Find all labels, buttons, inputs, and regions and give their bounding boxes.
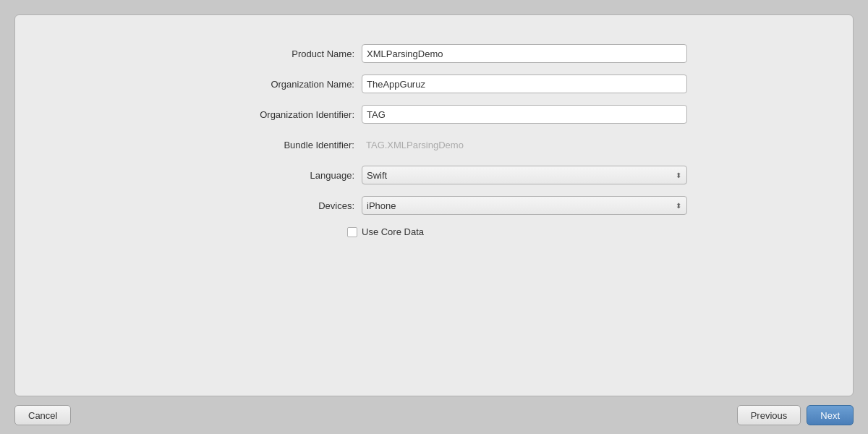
org-identifier-input[interactable] bbox=[362, 105, 687, 124]
use-core-data-label[interactable]: Use Core Data bbox=[362, 226, 424, 237]
bundle-identifier-row: Bundle Identifier: TAG.XMLParsingDemo bbox=[181, 135, 687, 154]
org-name-row: Organization Name: bbox=[181, 75, 687, 93]
product-name-row: Product Name: bbox=[181, 44, 687, 63]
core-data-row: Use Core Data bbox=[181, 226, 687, 237]
cancel-button[interactable]: Cancel bbox=[14, 405, 71, 425]
language-label: Language: bbox=[195, 170, 354, 181]
org-identifier-row: Organization Identifier: bbox=[181, 105, 687, 124]
previous-button[interactable]: Previous bbox=[737, 405, 801, 425]
use-core-data-checkbox[interactable] bbox=[347, 227, 357, 237]
form-container: Product Name: Organization Name: Organiz… bbox=[181, 44, 687, 237]
devices-row: Devices: iPhone iPad Universal bbox=[181, 196, 687, 215]
language-select-wrapper: Swift Objective-C bbox=[362, 166, 687, 184]
bottom-bar: Cancel Previous Next bbox=[0, 396, 868, 434]
bottom-left-buttons: Cancel bbox=[14, 405, 71, 425]
org-identifier-label: Organization Identifier: bbox=[195, 109, 354, 120]
devices-select-wrapper: iPhone iPad Universal bbox=[362, 196, 687, 215]
org-name-input[interactable] bbox=[362, 75, 687, 93]
bundle-identifier-value: TAG.XMLParsingDemo bbox=[362, 135, 687, 154]
bottom-right-buttons: Previous Next bbox=[737, 405, 854, 425]
bundle-identifier-label: Bundle Identifier: bbox=[195, 140, 354, 150]
next-button[interactable]: Next bbox=[807, 405, 854, 425]
org-name-label: Organization Name: bbox=[195, 79, 354, 90]
language-row: Language: Swift Objective-C bbox=[181, 166, 687, 184]
devices-label: Devices: bbox=[195, 200, 354, 211]
devices-select[interactable]: iPhone iPad Universal bbox=[362, 196, 687, 215]
main-panel: Product Name: Organization Name: Organiz… bbox=[14, 14, 854, 396]
language-select[interactable]: Swift Objective-C bbox=[362, 166, 687, 184]
product-name-input[interactable] bbox=[362, 44, 687, 63]
product-name-label: Product Name: bbox=[195, 48, 354, 59]
